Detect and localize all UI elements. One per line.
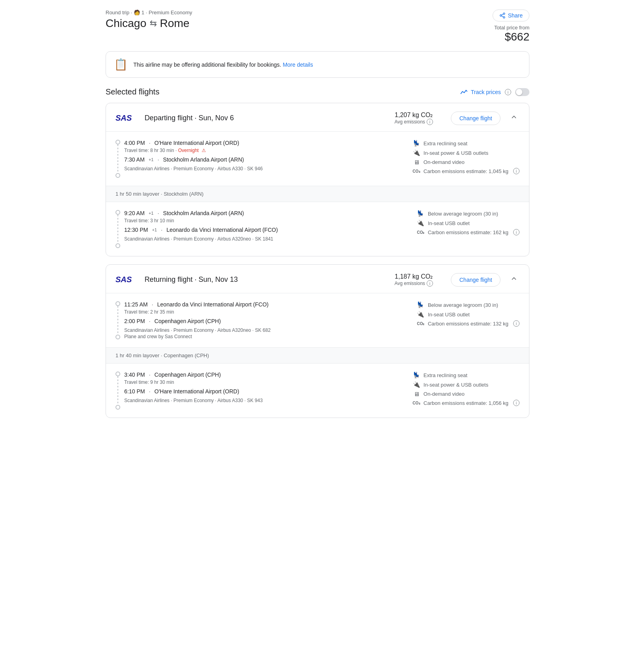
- departing-segment1: 4:00 PM · O'Hare International Airport (…: [106, 131, 529, 186]
- ret-amenity-recline: 💺 Extra reclining seat: [412, 372, 520, 379]
- returning-flight-header: SAS Returning flight · Sun, Nov 13 1,187…: [106, 265, 529, 293]
- ret-emissions-info[interactable]: i: [427, 280, 433, 287]
- ret-amenity-video: 🖥 On-demand video: [412, 391, 520, 397]
- dep-seg1-arrive-airport: Stockholm Arlanda Airport (ARN): [163, 156, 244, 163]
- video-icon: 🖥: [412, 159, 420, 166]
- ret-seg1-airline-info2: Plane and crew by Sas Connect: [124, 334, 407, 339]
- depart-dot: [115, 140, 120, 144]
- ret-usb-icon: 🔌: [417, 311, 425, 318]
- price-label: Total price from: [493, 25, 529, 31]
- co2-info-icon2[interactable]: i: [513, 229, 520, 235]
- ret-co2-info1[interactable]: i: [513, 320, 520, 327]
- ret-arrive-dot1: [115, 335, 120, 339]
- returning-change-flight-button[interactable]: Change flight: [451, 273, 500, 287]
- dep-seg2-depart-time: 9:20 AM: [124, 210, 144, 216]
- departing-flight-direction: Departing flight · Sun, Nov 6: [144, 114, 386, 122]
- selected-flights-header: Selected flights Track prices i: [106, 87, 529, 96]
- depart-dot2: [115, 210, 120, 215]
- returning-seg1-amenities: 💺 Below average legroom (30 in) 🔌 In-sea…: [416, 293, 529, 347]
- ret-depart-dot1: [115, 301, 120, 306]
- share-button[interactable]: Share: [493, 10, 529, 21]
- returning-flight-card: SAS Returning flight · Sun, Nov 13 1,187…: [106, 264, 529, 418]
- amenity-power: 🔌 In-seat power & USB outlets: [412, 149, 520, 156]
- returning-emissions-value: 1,187 kg CO₂: [386, 273, 441, 280]
- ret-arrive-dot2: [115, 405, 120, 410]
- trip-meta: Round trip · 🧑 1 · Premium Economy: [106, 10, 192, 15]
- ret-chevron-up-icon: [510, 275, 518, 283]
- svg-point-2: [503, 17, 505, 18]
- co2-info-icon[interactable]: i: [513, 168, 520, 174]
- dep-seg2-arrive-time: 12:30 PM: [124, 227, 148, 233]
- ret-legroom-icon: 💺: [417, 301, 425, 308]
- route-arrow: ⇆: [150, 18, 157, 29]
- departing-collapse-button[interactable]: [508, 112, 520, 125]
- ret-seg2-depart-time: 3:40 PM: [124, 372, 145, 378]
- ret-amenity-legroom: 💺 Below average legroom (30 in): [417, 301, 520, 308]
- returning-collapse-button[interactable]: [508, 273, 520, 286]
- overnight-badge: Overnight: [178, 148, 199, 153]
- ret-seg2-arrive-airport: O'Hare International Airport (ORD): [154, 388, 239, 395]
- dep-seg2-depart-super: +1: [148, 211, 154, 216]
- returning-segment1: 11:25 AM · Leonardo da Vinci Internation…: [106, 293, 529, 347]
- dep-seg1-arrive-time: 7:30 AM: [124, 156, 144, 163]
- ret-seg2-arrive-time: 6:10 PM: [124, 388, 145, 395]
- amenity-co2-seg1: CO₂ Carbon emissions estimate: 1,045 kg …: [412, 168, 520, 174]
- dep-seg2-airline-info: Scandinavian Airlines · Premium Economy …: [124, 236, 407, 242]
- departing-layover: 1 hr 50 min layover · Stockholm (ARN): [106, 186, 529, 202]
- returning-seg2-amenities: 💺 Extra reclining seat 🔌 In-seat power &…: [412, 364, 529, 418]
- svg-point-0: [503, 13, 505, 14]
- returning-airline-logo: SAS: [115, 275, 132, 284]
- ret-amenity-usb: 🔌 In-seat USB outlet: [417, 311, 520, 318]
- returning-segment2: 3:40 PM · Copenhagen Airport (CPH) Trave…: [106, 364, 529, 418]
- departing-airline-logo: SAS: [115, 114, 132, 123]
- flexibility-icon: 📋: [114, 58, 128, 71]
- emissions-info-icon[interactable]: i: [427, 119, 433, 125]
- track-prices-label[interactable]: Track prices: [471, 89, 501, 95]
- returning-layover: 1 hr 40 min layover · Copenhagen (CPH): [106, 347, 529, 364]
- dep-seg1-travel-time: Travel time: 8 hr 30 min: [124, 148, 174, 153]
- svg-point-1: [500, 15, 502, 16]
- dep-seg2-depart-airport: Stockholm Arlanda Airport (ARN): [163, 210, 244, 216]
- track-prices-info[interactable]: i: [505, 89, 511, 95]
- ret-seg1-travel-time: Travel time: 2 hr 35 min: [124, 309, 174, 315]
- recline-icon: 💺: [412, 140, 420, 147]
- returning-flight-direction: Returning flight · Sun, Nov 13: [144, 275, 386, 284]
- departing-seg2-amenities: 💺 Below average legroom (30 in) 🔌 In-sea…: [416, 202, 529, 256]
- ret-seg1-depart-time: 11:25 AM: [124, 301, 148, 308]
- dep-seg1-depart-airport: O'Hare International Airport (ORD): [154, 140, 239, 146]
- more-details-link[interactable]: More details: [283, 62, 313, 68]
- share-icon: [499, 12, 506, 19]
- ret-seg2-travel-time: Travel time: 9 hr 30 min: [124, 379, 174, 385]
- ret-seg2-depart-airport: Copenhagen Airport (CPH): [154, 372, 221, 378]
- track-prices-toggle[interactable]: [515, 88, 529, 96]
- ret-seg1-depart-airport: Leonardo da Vinci International Airport …: [157, 301, 269, 308]
- ret-seg1-airline-info: Scandinavian Airlines · Premium Economy …: [124, 327, 407, 333]
- dep-seg1-arrive-super: +1: [148, 157, 154, 162]
- dep-seg1-airline-info: Scandinavian Airlines · Premium Economy …: [124, 166, 402, 171]
- dep-seg2-travel-time: Travel time: 3 hr 10 min: [124, 218, 174, 223]
- co2-icon: CO₂: [412, 169, 420, 173]
- amenity-co2-dep-seg2: CO₂ Carbon emissions estimate: 162 kg i: [417, 229, 520, 235]
- ret-amenity-co2-seg2: CO₂ Carbon emissions estimate: 1,056 kg …: [412, 400, 520, 406]
- departing-flight-card: SAS Departing flight · Sun, Nov 6 1,207 …: [106, 103, 529, 256]
- amenity-video: 🖥 On-demand video: [412, 159, 520, 166]
- total-price: $662: [493, 31, 529, 43]
- arrive-dot: [115, 173, 120, 178]
- dep-seg2-arrive-super: +1: [152, 227, 157, 232]
- ret-power-icon: 🔌: [412, 381, 420, 388]
- svg-line-3: [501, 16, 503, 17]
- departing-emissions-value: 1,207 kg CO₂: [386, 111, 441, 119]
- route-to: Rome: [160, 17, 190, 30]
- svg-line-4: [501, 14, 503, 15]
- amenity-legroom-dep: 💺 Below average legroom (30 in): [417, 210, 520, 217]
- ret-seg1-arrive-airport: Copenhagen Airport (CPH): [154, 318, 221, 324]
- ret-seg1-arrive-time: 2:00 PM: [124, 318, 145, 324]
- departing-emissions-label: Avg emissions i: [386, 119, 441, 125]
- ret-co2-info2[interactable]: i: [513, 400, 520, 406]
- flexibility-banner: 📋 This airline may be offering additiona…: [106, 51, 529, 78]
- departing-change-flight-button[interactable]: Change flight: [451, 112, 500, 125]
- returning-emissions-label: Avg emissions i: [386, 280, 441, 287]
- route-from: Chicago: [106, 17, 146, 30]
- share-label: Share: [508, 12, 523, 19]
- departing-seg1-amenities: 💺 Extra reclining seat 🔌 In-seat power &…: [412, 132, 529, 186]
